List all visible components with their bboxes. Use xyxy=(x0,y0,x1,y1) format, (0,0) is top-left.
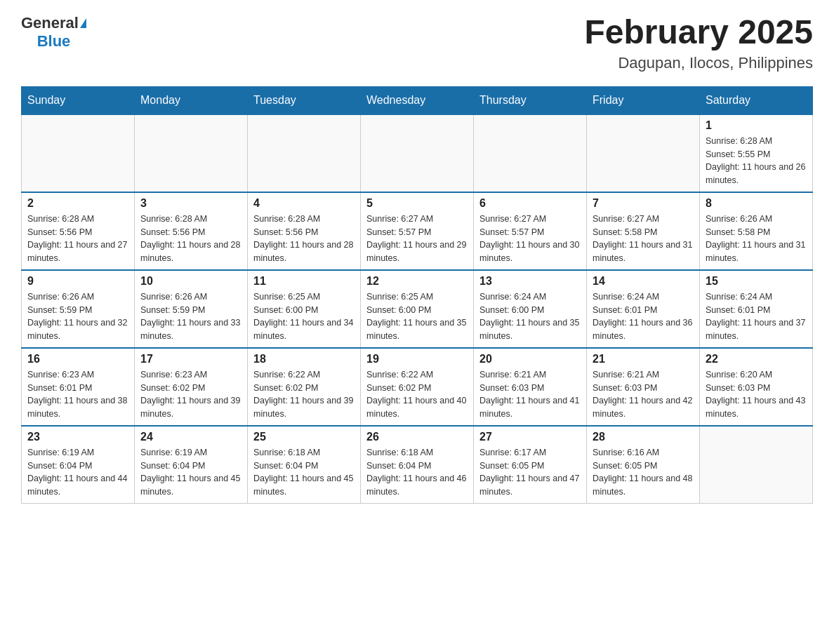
day-number: 19 xyxy=(366,353,468,365)
day-info: Sunrise: 6:24 AM Sunset: 6:01 PM Dayligh… xyxy=(706,290,807,343)
calendar-cell xyxy=(22,114,135,192)
day-number: 26 xyxy=(366,431,468,443)
calendar-cell: 15Sunrise: 6:24 AM Sunset: 6:01 PM Dayli… xyxy=(700,270,813,348)
day-number: 21 xyxy=(593,353,694,365)
day-number: 20 xyxy=(479,353,581,365)
logo-general-text: General xyxy=(21,14,79,32)
day-info: Sunrise: 6:27 AM Sunset: 5:57 PM Dayligh… xyxy=(366,213,468,265)
weekday-header-monday: Monday xyxy=(135,86,248,114)
calendar-cell: 25Sunrise: 6:18 AM Sunset: 6:04 PM Dayli… xyxy=(248,426,361,504)
weekday-header-tuesday: Tuesday xyxy=(248,86,361,114)
day-number: 7 xyxy=(593,197,694,210)
day-number: 14 xyxy=(593,275,694,288)
day-number: 4 xyxy=(253,197,355,210)
weekday-header-sunday: Sunday xyxy=(22,86,135,114)
day-number: 5 xyxy=(366,197,468,210)
day-info: Sunrise: 6:23 AM Sunset: 6:02 PM Dayligh… xyxy=(140,368,241,421)
logo-blue-text: Blue xyxy=(37,32,71,50)
day-info: Sunrise: 6:21 AM Sunset: 6:03 PM Dayligh… xyxy=(479,368,581,421)
day-info: Sunrise: 6:24 AM Sunset: 6:00 PM Dayligh… xyxy=(479,290,581,343)
day-info: Sunrise: 6:19 AM Sunset: 6:04 PM Dayligh… xyxy=(27,446,128,499)
calendar-cell xyxy=(587,114,700,192)
calendar-header-row: SundayMondayTuesdayWednesdayThursdayFrid… xyxy=(22,86,813,114)
day-number: 11 xyxy=(253,275,355,288)
day-number: 24 xyxy=(140,431,241,443)
day-info: Sunrise: 6:16 AM Sunset: 6:05 PM Dayligh… xyxy=(593,446,694,499)
calendar-cell: 19Sunrise: 6:22 AM Sunset: 6:02 PM Dayli… xyxy=(361,348,474,426)
calendar-cell: 22Sunrise: 6:20 AM Sunset: 6:03 PM Dayli… xyxy=(700,348,813,426)
location-subtitle: Dagupan, Ilocos, Philippines xyxy=(584,54,813,72)
day-number: 12 xyxy=(366,275,468,288)
day-number: 16 xyxy=(27,353,128,365)
day-number: 2 xyxy=(27,197,128,210)
calendar-cell: 10Sunrise: 6:26 AM Sunset: 5:59 PM Dayli… xyxy=(135,270,248,348)
day-number: 15 xyxy=(706,275,807,288)
logo-icon: General Blue xyxy=(21,14,86,51)
day-info: Sunrise: 6:28 AM Sunset: 5:56 PM Dayligh… xyxy=(140,213,241,265)
day-info: Sunrise: 6:26 AM Sunset: 5:59 PM Dayligh… xyxy=(27,290,128,343)
day-info: Sunrise: 6:21 AM Sunset: 6:03 PM Dayligh… xyxy=(593,368,694,421)
day-info: Sunrise: 6:27 AM Sunset: 5:57 PM Dayligh… xyxy=(479,213,581,265)
day-info: Sunrise: 6:25 AM Sunset: 6:00 PM Dayligh… xyxy=(253,290,355,343)
calendar-week-row: 1Sunrise: 6:28 AM Sunset: 5:55 PM Daylig… xyxy=(22,114,813,192)
day-info: Sunrise: 6:28 AM Sunset: 5:56 PM Dayligh… xyxy=(27,213,128,265)
calendar-cell: 28Sunrise: 6:16 AM Sunset: 6:05 PM Dayli… xyxy=(587,426,700,504)
day-number: 3 xyxy=(140,197,241,210)
calendar-cell: 23Sunrise: 6:19 AM Sunset: 6:04 PM Dayli… xyxy=(22,426,135,504)
day-number: 25 xyxy=(253,431,355,443)
page-header: General Blue February 2025 Dagupan, Iloc… xyxy=(21,14,813,72)
calendar-cell: 3Sunrise: 6:28 AM Sunset: 5:56 PM Daylig… xyxy=(135,192,248,270)
calendar-week-row: 16Sunrise: 6:23 AM Sunset: 6:01 PM Dayli… xyxy=(22,348,813,426)
day-info: Sunrise: 6:25 AM Sunset: 6:00 PM Dayligh… xyxy=(366,290,468,343)
calendar-cell xyxy=(135,114,248,192)
title-block: February 2025 Dagupan, Ilocos, Philippin… xyxy=(584,14,813,72)
calendar-cell xyxy=(361,114,474,192)
day-number: 17 xyxy=(140,353,241,365)
day-info: Sunrise: 6:20 AM Sunset: 6:03 PM Dayligh… xyxy=(706,368,807,421)
day-info: Sunrise: 6:18 AM Sunset: 6:04 PM Dayligh… xyxy=(253,446,355,499)
calendar-cell xyxy=(248,114,361,192)
day-number: 22 xyxy=(706,353,807,365)
day-info: Sunrise: 6:23 AM Sunset: 6:01 PM Dayligh… xyxy=(27,368,128,421)
calendar-cell: 17Sunrise: 6:23 AM Sunset: 6:02 PM Dayli… xyxy=(135,348,248,426)
calendar-cell: 8Sunrise: 6:26 AM Sunset: 5:58 PM Daylig… xyxy=(700,192,813,270)
day-number: 18 xyxy=(253,353,355,365)
calendar-cell: 1Sunrise: 6:28 AM Sunset: 5:55 PM Daylig… xyxy=(700,114,813,192)
weekday-header-friday: Friday xyxy=(587,86,700,114)
calendar-cell: 27Sunrise: 6:17 AM Sunset: 6:05 PM Dayli… xyxy=(474,426,587,504)
calendar-week-row: 23Sunrise: 6:19 AM Sunset: 6:04 PM Dayli… xyxy=(22,426,813,504)
weekday-header-saturday: Saturday xyxy=(700,86,813,114)
day-number: 23 xyxy=(27,431,128,443)
weekday-header-wednesday: Wednesday xyxy=(361,86,474,114)
calendar-cell: 9Sunrise: 6:26 AM Sunset: 5:59 PM Daylig… xyxy=(22,270,135,348)
calendar-cell: 4Sunrise: 6:28 AM Sunset: 5:56 PM Daylig… xyxy=(248,192,361,270)
calendar-cell: 6Sunrise: 6:27 AM Sunset: 5:57 PM Daylig… xyxy=(474,192,587,270)
calendar-cell: 7Sunrise: 6:27 AM Sunset: 5:58 PM Daylig… xyxy=(587,192,700,270)
calendar-cell: 24Sunrise: 6:19 AM Sunset: 6:04 PM Dayli… xyxy=(135,426,248,504)
calendar-cell: 12Sunrise: 6:25 AM Sunset: 6:00 PM Dayli… xyxy=(361,270,474,348)
day-info: Sunrise: 6:26 AM Sunset: 5:58 PM Dayligh… xyxy=(706,213,807,265)
calendar-cell: 14Sunrise: 6:24 AM Sunset: 6:01 PM Dayli… xyxy=(587,270,700,348)
calendar-table: SundayMondayTuesdayWednesdayThursdayFrid… xyxy=(21,86,813,504)
calendar-week-row: 9Sunrise: 6:26 AM Sunset: 5:59 PM Daylig… xyxy=(22,270,813,348)
calendar-cell: 26Sunrise: 6:18 AM Sunset: 6:04 PM Dayli… xyxy=(361,426,474,504)
day-info: Sunrise: 6:18 AM Sunset: 6:04 PM Dayligh… xyxy=(366,446,468,499)
day-number: 28 xyxy=(593,431,694,443)
calendar-cell: 13Sunrise: 6:24 AM Sunset: 6:00 PM Dayli… xyxy=(474,270,587,348)
calendar-cell: 16Sunrise: 6:23 AM Sunset: 6:01 PM Dayli… xyxy=(22,348,135,426)
day-number: 10 xyxy=(140,275,241,288)
calendar-cell: 20Sunrise: 6:21 AM Sunset: 6:03 PM Dayli… xyxy=(474,348,587,426)
day-info: Sunrise: 6:17 AM Sunset: 6:05 PM Dayligh… xyxy=(479,446,581,499)
day-number: 27 xyxy=(479,431,581,443)
day-number: 1 xyxy=(706,119,807,132)
calendar-cell xyxy=(700,426,813,504)
day-info: Sunrise: 6:26 AM Sunset: 5:59 PM Dayligh… xyxy=(140,290,241,343)
day-number: 9 xyxy=(27,275,128,288)
calendar-cell: 21Sunrise: 6:21 AM Sunset: 6:03 PM Dayli… xyxy=(587,348,700,426)
calendar-cell: 5Sunrise: 6:27 AM Sunset: 5:57 PM Daylig… xyxy=(361,192,474,270)
calendar-cell xyxy=(474,114,587,192)
logo: General Blue xyxy=(21,14,86,51)
day-info: Sunrise: 6:22 AM Sunset: 6:02 PM Dayligh… xyxy=(253,368,355,421)
calendar-cell: 18Sunrise: 6:22 AM Sunset: 6:02 PM Dayli… xyxy=(248,348,361,426)
calendar-cell: 11Sunrise: 6:25 AM Sunset: 6:00 PM Dayli… xyxy=(248,270,361,348)
